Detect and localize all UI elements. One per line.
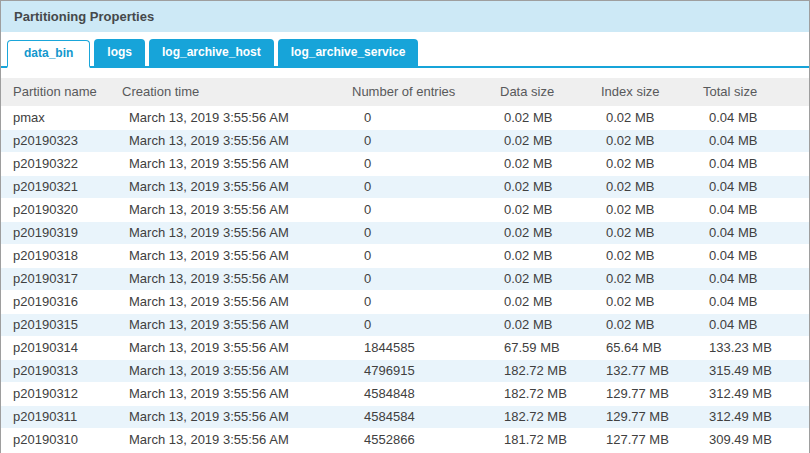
table-row: p20190315March 13, 2019 3:55:56 AM00.02 …	[1, 313, 809, 336]
cell-partition-name: p20190323	[1, 129, 110, 152]
table-row: p20190321March 13, 2019 3:55:56 AM00.02 …	[1, 175, 809, 198]
cell-total-size: 0.04 MB	[691, 175, 809, 198]
table-row: p20190320March 13, 2019 3:55:56 AM00.02 …	[1, 198, 809, 221]
cell-data-size: 0.02 MB	[488, 267, 589, 290]
col-header-data-size: Data size	[488, 78, 589, 106]
col-header-number-of-entries: Number of entries	[340, 78, 488, 106]
cell-index-size: 0.02 MB	[589, 221, 691, 244]
cell-number-of-entries: 4796915	[340, 359, 488, 382]
table-row: p20190311March 13, 2019 3:55:56 AM458458…	[1, 405, 809, 428]
cell-partition-name: p20190310	[1, 428, 110, 451]
cell-total-size: 0.04 MB	[691, 129, 809, 152]
cell-partition-name: p20190316	[1, 290, 110, 313]
cell-creation-time: March 13, 2019 3:55:56 AM	[110, 152, 340, 175]
cell-index-size: 129.77 MB	[589, 405, 691, 428]
cell-total-size: 0.04 MB	[691, 244, 809, 267]
cell-total-size: 315.49 MB	[691, 359, 809, 382]
tab-log-archive-host[interactable]: log_archive_host	[149, 39, 274, 66]
table-header-row: Partition name Creation time Number of e…	[1, 78, 809, 106]
cell-total-size: 0.04 MB	[691, 313, 809, 336]
cell-creation-time: March 13, 2019 3:55:56 AM	[110, 290, 340, 313]
cell-data-size: 0.02 MB	[488, 198, 589, 221]
cell-data-size: 0.02 MB	[488, 221, 589, 244]
cell-number-of-entries: 0	[340, 244, 488, 267]
cell-index-size: 0.02 MB	[589, 106, 691, 129]
cell-index-size: 0.02 MB	[589, 267, 691, 290]
cell-partition-name: p20190322	[1, 152, 110, 175]
table-row: p20190318March 13, 2019 3:55:56 AM00.02 …	[1, 244, 809, 267]
cell-data-size: 182.72 MB	[488, 359, 589, 382]
cell-number-of-entries: 4584584	[340, 405, 488, 428]
cell-index-size: 0.02 MB	[589, 290, 691, 313]
cell-number-of-entries: 0	[340, 267, 488, 290]
panel-title-bar: Partitioning Properties	[1, 1, 809, 32]
col-header-partition-name: Partition name	[1, 78, 110, 106]
cell-partition-name: p20190318	[1, 244, 110, 267]
panel-title: Partitioning Properties	[14, 9, 154, 24]
cell-data-size: 0.02 MB	[488, 152, 589, 175]
cell-total-size: 0.04 MB	[691, 267, 809, 290]
cell-number-of-entries: 0	[340, 106, 488, 129]
partitioning-properties-panel: Partitioning Properties data_bin logs lo…	[0, 0, 810, 453]
table-row: p20190319March 13, 2019 3:55:56 AM00.02 …	[1, 221, 809, 244]
cell-total-size: 0.04 MB	[691, 198, 809, 221]
cell-total-size: 0.04 MB	[691, 152, 809, 175]
cell-partition-name: p20190311	[1, 405, 110, 428]
cell-creation-time: March 13, 2019 3:55:56 AM	[110, 198, 340, 221]
col-header-index-size: Index size	[589, 78, 691, 106]
cell-index-size: 0.02 MB	[589, 198, 691, 221]
table-row: pmaxMarch 13, 2019 3:55:56 AM00.02 MB0.0…	[1, 106, 809, 129]
cell-partition-name: p20190315	[1, 313, 110, 336]
cell-partition-name: p20190312	[1, 382, 110, 405]
cell-total-size: 0.04 MB	[691, 106, 809, 129]
cell-creation-time: March 13, 2019 3:55:56 AM	[110, 382, 340, 405]
tab-logs[interactable]: logs	[94, 39, 145, 66]
cell-data-size: 182.72 MB	[488, 405, 589, 428]
cell-partition-name: p20190320	[1, 198, 110, 221]
cell-partition-name: p20190319	[1, 221, 110, 244]
cell-partition-name: p20190317	[1, 267, 110, 290]
cell-number-of-entries: 0	[340, 198, 488, 221]
partitions-table: Partition name Creation time Number of e…	[1, 78, 809, 452]
cell-total-size: 0.04 MB	[691, 290, 809, 313]
cell-index-size: 129.77 MB	[589, 382, 691, 405]
cell-creation-time: March 13, 2019 3:55:56 AM	[110, 267, 340, 290]
table-row: p20190313March 13, 2019 3:55:56 AM479691…	[1, 359, 809, 382]
cell-index-size: 127.77 MB	[589, 428, 691, 451]
cell-partition-name: pmax	[1, 106, 110, 129]
tab-log-archive-service[interactable]: log_archive_service	[278, 39, 419, 66]
cell-data-size: 0.02 MB	[488, 175, 589, 198]
table-row: p20190317March 13, 2019 3:55:56 AM00.02 …	[1, 267, 809, 290]
table-row: p20190323March 13, 2019 3:55:56 AM00.02 …	[1, 129, 809, 152]
table-row: p20190310March 13, 2019 3:55:56 AM455286…	[1, 428, 809, 451]
tab-bar: data_bin logs log_archive_host log_archi…	[1, 32, 809, 68]
cell-creation-time: March 13, 2019 3:55:56 AM	[110, 359, 340, 382]
cell-index-size: 0.02 MB	[589, 152, 691, 175]
cell-number-of-entries: 0	[340, 129, 488, 152]
cell-total-size: 133.23 MB	[691, 336, 809, 359]
cell-data-size: 181.72 MB	[488, 428, 589, 451]
cell-index-size: 132.77 MB	[589, 359, 691, 382]
table-row: p20190316March 13, 2019 3:55:56 AM00.02 …	[1, 290, 809, 313]
cell-number-of-entries: 4552866	[340, 428, 488, 451]
col-header-creation-time: Creation time	[110, 78, 340, 106]
cell-creation-time: March 13, 2019 3:55:56 AM	[110, 244, 340, 267]
tab-data-bin[interactable]: data_bin	[7, 40, 90, 68]
cell-index-size: 65.64 MB	[589, 336, 691, 359]
cell-creation-time: March 13, 2019 3:55:56 AM	[110, 405, 340, 428]
cell-total-size: 312.49 MB	[691, 405, 809, 428]
cell-creation-time: March 13, 2019 3:55:56 AM	[110, 313, 340, 336]
table-body: pmaxMarch 13, 2019 3:55:56 AM00.02 MB0.0…	[1, 106, 809, 451]
cell-creation-time: March 13, 2019 3:55:56 AM	[110, 175, 340, 198]
cell-creation-time: March 13, 2019 3:55:56 AM	[110, 106, 340, 129]
col-header-total-size: Total size	[691, 78, 809, 106]
cell-number-of-entries: 0	[340, 221, 488, 244]
cell-data-size: 0.02 MB	[488, 313, 589, 336]
cell-number-of-entries: 0	[340, 290, 488, 313]
cell-index-size: 0.02 MB	[589, 129, 691, 152]
cell-creation-time: March 13, 2019 3:55:56 AM	[110, 336, 340, 359]
cell-partition-name: p20190313	[1, 359, 110, 382]
cell-index-size: 0.02 MB	[589, 313, 691, 336]
table-row: p20190312March 13, 2019 3:55:56 AM458484…	[1, 382, 809, 405]
cell-creation-time: March 13, 2019 3:55:56 AM	[110, 428, 340, 451]
